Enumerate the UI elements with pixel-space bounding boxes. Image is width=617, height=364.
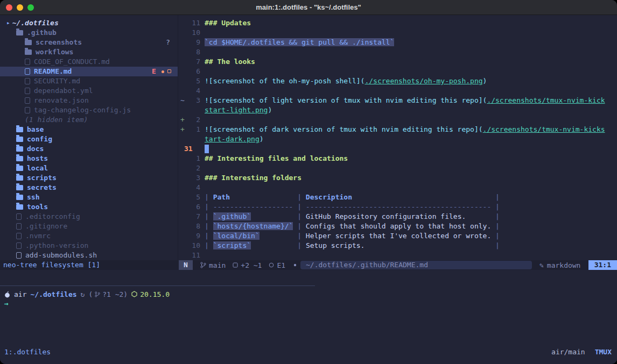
- tree-item-dotfiles[interactable]: ▸~/.dotfiles: [0, 18, 178, 28]
- editor-line[interactable]: 2: [179, 163, 617, 173]
- editor-line[interactable]: 7| `.github` | GitHub Repository configu…: [179, 212, 617, 222]
- tree-item-ssh[interactable]: ssh: [0, 192, 178, 202]
- line-text: | `hosts/{hostname}/` | Configs that sho…: [205, 222, 500, 231]
- editor-line[interactable]: start-light.png): [179, 105, 617, 115]
- tree-item-secrets[interactable]: secrets: [0, 183, 178, 192]
- editor-line[interactable]: 5![screenshot of the oh-my-posh shell](.…: [179, 76, 617, 86]
- folder-icon: [25, 40, 32, 45]
- file-path: ~/.dotfiles/.github/README.md: [300, 261, 532, 269]
- diagnostic-error-flag: E: [152, 67, 156, 76]
- line-text: ### Interesting folders: [205, 173, 302, 183]
- pencil-icon: ✎: [539, 261, 544, 269]
- tree-item-screenshots[interactable]: screenshots?: [0, 38, 178, 47]
- terminal-window: main:1:.dotfiles - "ks~/.dotfiles" ▸~/.d…: [0, 0, 617, 364]
- editor-line[interactable]: 7## The looks: [179, 57, 617, 67]
- folder-icon: [16, 195, 23, 200]
- tree-item-local[interactable]: local: [0, 163, 178, 173]
- editor-line[interactable]: 5| Path | Description |: [179, 192, 617, 202]
- line-number: 6: [182, 67, 200, 76]
- tree-item-label: .nvmrc: [25, 231, 51, 241]
- editor-line[interactable]: 10: [179, 28, 617, 38]
- tree-item-code-of-conduct-md[interactable]: CODE_OF_CONDUCT.md: [0, 57, 178, 67]
- line-text: ![screenshot of light version of tmux wi…: [205, 96, 605, 105]
- editor-line[interactable]: 6| ------------------- | ---------------…: [179, 202, 617, 212]
- editor-line[interactable]: 11: [179, 251, 617, 260]
- close-button[interactable]: [6, 4, 12, 11]
- line-number: 4: [182, 86, 200, 96]
- git-status-text: ?1 ~2): [102, 290, 128, 298]
- editor-line[interactable]: 4: [179, 86, 617, 96]
- tree-item-config[interactable]: config: [0, 134, 178, 144]
- editor-line[interactable]: 9| `local/bin` | Helper scripts that I'v…: [179, 231, 617, 241]
- tree-item-editorconfig[interactable]: .editorconfig: [0, 212, 178, 222]
- sync-icon: ↻: [81, 290, 85, 298]
- tree-item-renovate-json[interactable]: renovate.json: [0, 96, 178, 105]
- tree-item-github[interactable]: .github: [0, 28, 178, 38]
- line-number: 8: [182, 47, 200, 57]
- tree-item-security-md[interactable]: SECURITY.md: [0, 76, 178, 86]
- tree-item-label: scripts: [27, 173, 57, 183]
- shell-cwd: ~/.dotfiles: [30, 290, 76, 298]
- shell-icon: [16, 252, 22, 259]
- git-icon: [16, 223, 22, 230]
- editor-line[interactable]: 10| `scripts` | Setup scripts. |: [179, 241, 617, 251]
- tmux-session[interactable]: 1:.dotfiles: [4, 347, 51, 357]
- filetype: ✎ markdown: [539, 260, 580, 270]
- line-number: 6: [182, 202, 200, 212]
- cursor: [205, 145, 209, 153]
- tree-item-label: CODE_OF_CONDUCT.md: [34, 57, 110, 67]
- editor-line[interactable]: 6: [179, 67, 617, 76]
- minimize-button[interactable]: [17, 4, 23, 11]
- editor-line[interactable]: 3### Interesting folders: [179, 173, 617, 183]
- line-text: | `.github` | GitHub Repository configur…: [205, 212, 500, 222]
- git-branch: main: [200, 261, 226, 269]
- tmux-statusbar: 1:.dotfiles air/main TMUX: [0, 347, 617, 357]
- shell-prompt: air ~/.dotfiles ↻ ( ?1 ~2) 20.15.0: [4, 289, 170, 299]
- tree-item-label: docs: [27, 144, 44, 154]
- line-text: ## The looks: [205, 57, 255, 67]
- editor-line[interactable]: 8: [179, 47, 617, 57]
- tree-item-add-submodules-sh[interactable]: add-submodules.sh: [0, 251, 178, 260]
- editor-line[interactable]: 11### Updates: [179, 18, 617, 28]
- line-number: 9: [182, 38, 200, 47]
- editor-line[interactable]: +1![screenshot of dark version of tmux w…: [179, 125, 617, 134]
- tree-item-gitignore[interactable]: .gitignore: [0, 222, 178, 231]
- tree-item-workflows[interactable]: workflows: [0, 47, 178, 57]
- node-icon: [131, 291, 137, 297]
- tree-item-scripts[interactable]: scripts: [0, 173, 178, 183]
- tree-item-label: renovate.json: [34, 96, 89, 105]
- tree-item-tag-changelog-config-js[interactable]: tag-changelog-config.js: [0, 105, 178, 115]
- editor-line[interactable]: ~3![screenshot of light version of tmux …: [179, 96, 617, 105]
- editor-line[interactable]: 8| `hosts/{hostname}/` | Configs that sh…: [179, 222, 617, 231]
- tree-item-1-hidden-item[interactable]: (1 hidden item): [0, 115, 178, 125]
- tree-item-python-version[interactable]: .python-version: [0, 241, 178, 251]
- editor-line[interactable]: 31: [179, 144, 617, 154]
- tmux-host-branch: air/main: [551, 347, 585, 357]
- tree-item-tools[interactable]: tools: [0, 202, 178, 212]
- tree-item-label: secrets: [27, 183, 57, 192]
- editor-line[interactable]: 1## Interesting files and locations: [179, 154, 617, 163]
- tree-item-base[interactable]: base: [0, 125, 178, 134]
- line-text: | Path | Description |: [205, 192, 500, 202]
- cursor-position: 31:1: [588, 260, 617, 270]
- tree-item-readme-md[interactable]: README.mdE: [0, 67, 178, 76]
- editor-line[interactable]: tart-dark.png): [179, 134, 617, 144]
- editor-line[interactable]: 4: [179, 183, 617, 192]
- tree-item-hosts[interactable]: hosts: [0, 154, 178, 163]
- tree-item-nvmrc[interactable]: .nvmrc: [0, 231, 178, 241]
- line-number: 8: [182, 222, 200, 231]
- mode-indicator: N: [179, 260, 193, 270]
- line-number: 10: [182, 241, 200, 251]
- tree-item-label: .python-version: [25, 241, 88, 251]
- zoom-button[interactable]: [27, 4, 34, 11]
- line-number: 9: [182, 231, 200, 241]
- line-text: ## Interesting files and locations: [205, 154, 348, 163]
- diff-icon: [233, 262, 238, 268]
- tree-item-docs[interactable]: docs: [0, 144, 178, 154]
- editor-line[interactable]: +2: [179, 115, 617, 125]
- editor-line[interactable]: 9`cd $HOME/.dotfiles && git pull && ./in…: [179, 38, 617, 47]
- folder-icon: [16, 166, 23, 171]
- tree-item-label: dependabot.yml: [34, 86, 93, 96]
- tree-item-label: SECURITY.md: [34, 76, 80, 86]
- tree-item-dependabot-yml[interactable]: dependabot.yml: [0, 86, 178, 96]
